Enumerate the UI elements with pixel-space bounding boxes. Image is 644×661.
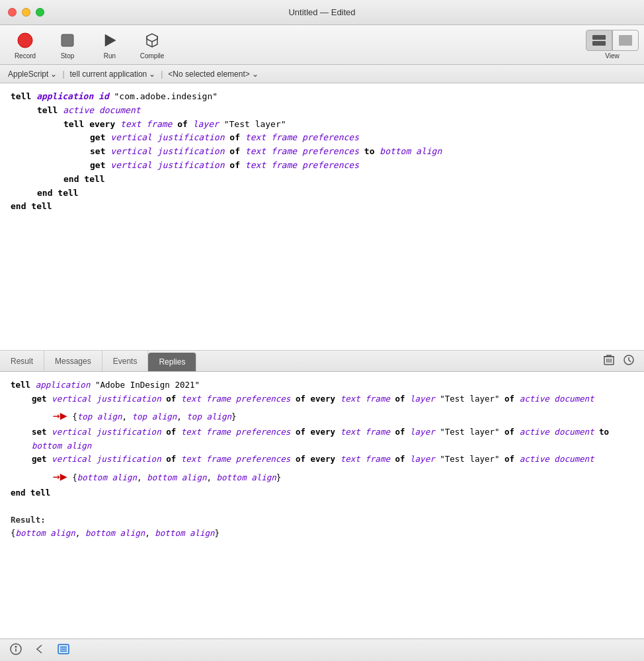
language-selector[interactable]: AppleScript ⌄ bbox=[5, 68, 60, 80]
tab-result[interactable]: Result bbox=[0, 351, 44, 371]
result-label-line: Result: bbox=[11, 513, 633, 527]
result-get-line1: get vertical justification of text frame… bbox=[11, 392, 633, 406]
tab-messages[interactable]: Messages bbox=[44, 351, 102, 371]
list-button[interactable] bbox=[54, 641, 73, 659]
code-line-4: get vertical justification of text frame… bbox=[11, 131, 633, 145]
compile-button[interactable]: Compile bbox=[132, 28, 172, 62]
toolbar: Record Stop Run Compile bbox=[0, 25, 644, 65]
target-selector[interactable]: tell current application ⌄ bbox=[67, 68, 159, 80]
tab-actions bbox=[602, 351, 644, 371]
svg-rect-4 bbox=[592, 41, 606, 46]
run-button[interactable]: Run bbox=[90, 28, 130, 62]
view-controls: View bbox=[586, 30, 639, 60]
view-split-button[interactable] bbox=[586, 30, 612, 51]
result-tell-line: tell application "Adobe InDesign 2021" bbox=[11, 378, 633, 392]
run-label: Run bbox=[104, 52, 116, 60]
tab-events[interactable]: Events bbox=[102, 351, 149, 371]
stop-icon bbox=[57, 30, 78, 51]
bottom-bar bbox=[0, 639, 644, 661]
results-area[interactable]: tell application "Adobe InDesign 2021" g… bbox=[0, 372, 644, 639]
code-line-8: end tell bbox=[11, 187, 633, 200]
stop-button[interactable]: Stop bbox=[48, 28, 87, 62]
close-button[interactable] bbox=[8, 8, 17, 17]
code-editor[interactable]: tell application id "com.adobe.indesign"… bbox=[0, 83, 644, 351]
info-button[interactable] bbox=[7, 641, 25, 659]
language-value: AppleScript bbox=[8, 69, 48, 79]
target-chevron: ⌄ bbox=[149, 69, 155, 79]
code-line-6: get vertical justification of text frame… bbox=[11, 159, 633, 173]
element-chevron: ⌄ bbox=[252, 69, 259, 79]
title-bar: Untitled — Edited bbox=[0, 0, 644, 25]
record-button[interactable]: Record bbox=[5, 28, 45, 62]
svg-marker-2 bbox=[105, 34, 116, 46]
maximize-button[interactable] bbox=[36, 8, 44, 17]
language-chevron: ⌄ bbox=[50, 69, 57, 79]
run-icon bbox=[99, 30, 120, 51]
view-single-button[interactable] bbox=[612, 30, 639, 51]
result-final-value: {bottom align, bottom align, bottom alig… bbox=[11, 527, 633, 541]
tab-replies[interactable]: Replies bbox=[148, 353, 196, 371]
code-line-1: tell application id "com.adobe.indesign" bbox=[11, 90, 633, 104]
svg-rect-3 bbox=[592, 35, 606, 40]
history-button[interactable] bbox=[622, 353, 636, 370]
element-selector[interactable]: <No selected element> ⌄ bbox=[165, 68, 261, 80]
code-line-9: end tell bbox=[11, 200, 633, 214]
code-line-7: end tell bbox=[11, 173, 633, 187]
result-arrow2: →▶ {bottom align, bottom align, bottom a… bbox=[11, 466, 633, 486]
minimize-button[interactable] bbox=[22, 8, 30, 17]
svg-rect-5 bbox=[619, 35, 632, 46]
result-set-line: set vertical justification of text frame… bbox=[11, 425, 633, 453]
record-icon bbox=[15, 30, 36, 51]
result-end-tell: end tell bbox=[11, 486, 633, 500]
back-button[interactable] bbox=[30, 641, 49, 659]
record-label: Record bbox=[15, 52, 36, 60]
svg-point-14 bbox=[15, 646, 17, 648]
window-controls bbox=[8, 8, 44, 17]
svg-point-0 bbox=[18, 33, 32, 48]
selector-bar: AppleScript ⌄ | tell current application… bbox=[0, 65, 644, 83]
element-value: <No selected element> bbox=[168, 69, 249, 79]
svg-rect-1 bbox=[61, 34, 73, 46]
view-toggle-group bbox=[586, 30, 639, 51]
code-line-3: tell every text frame of layer "Test lay… bbox=[11, 118, 633, 132]
code-line-5: set vertical justification of text frame… bbox=[11, 145, 633, 159]
stop-label: Stop bbox=[61, 52, 75, 60]
view-label: View bbox=[605, 52, 620, 60]
tab-bar: Result Messages Events Replies bbox=[0, 351, 644, 372]
result-get-line2: get vertical justification of text frame… bbox=[11, 453, 633, 466]
window-title: Untitled — Edited bbox=[288, 7, 355, 17]
compile-label: Compile bbox=[140, 52, 165, 60]
code-line-2: tell active document bbox=[11, 104, 633, 118]
target-value: tell current application bbox=[70, 69, 147, 79]
clear-button[interactable] bbox=[602, 353, 616, 370]
compile-icon bbox=[141, 30, 163, 51]
result-arrow1: →▶ {top align, top align, top align} bbox=[11, 406, 633, 425]
